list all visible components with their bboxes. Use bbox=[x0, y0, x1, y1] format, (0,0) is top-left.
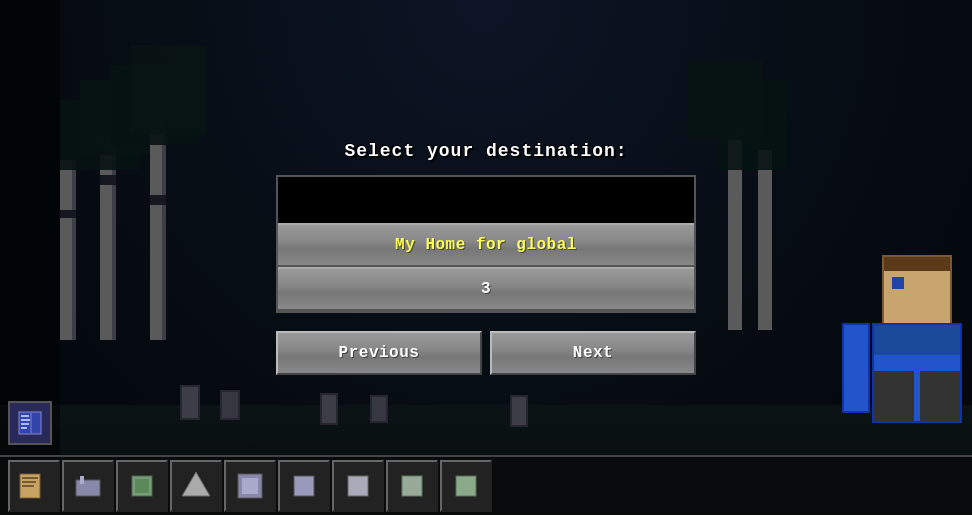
svg-rect-2 bbox=[21, 419, 31, 421]
hotbar-slot-3[interactable] bbox=[116, 460, 168, 512]
svg-rect-1 bbox=[21, 415, 29, 417]
hotbar-item-5 bbox=[232, 468, 268, 504]
destination-dialog: Select your destination: My Home for glo… bbox=[276, 141, 696, 375]
hotbar-item-7 bbox=[340, 468, 376, 504]
svg-rect-17 bbox=[294, 476, 314, 496]
hotbar-item-6 bbox=[286, 468, 322, 504]
svg-rect-4 bbox=[21, 427, 27, 429]
svg-rect-9 bbox=[22, 485, 34, 487]
book-svg bbox=[16, 409, 44, 437]
list-item-empty[interactable] bbox=[278, 177, 694, 223]
svg-rect-7 bbox=[22, 477, 38, 479]
hotbar-slot-5[interactable] bbox=[224, 460, 276, 512]
svg-rect-20 bbox=[456, 476, 476, 496]
hotbar-item-4 bbox=[178, 468, 214, 504]
char-arm bbox=[842, 323, 870, 413]
list-item-home[interactable]: My Home for global bbox=[278, 223, 694, 267]
list-item-3[interactable]: 3 bbox=[278, 267, 694, 311]
svg-rect-8 bbox=[22, 481, 36, 483]
svg-marker-14 bbox=[182, 472, 210, 496]
hotbar-slot-2[interactable] bbox=[62, 460, 114, 512]
character bbox=[822, 255, 972, 455]
svg-rect-13 bbox=[135, 479, 149, 493]
hotbar-item-2 bbox=[70, 468, 106, 504]
hotbar-item-8 bbox=[394, 468, 430, 504]
previous-button[interactable]: Previous bbox=[276, 331, 482, 375]
dialog-buttons: Previous Next bbox=[276, 331, 696, 375]
hotbar-slot-7[interactable] bbox=[332, 460, 384, 512]
hotbar-item-3 bbox=[124, 468, 160, 504]
svg-rect-16 bbox=[242, 478, 258, 494]
hotbar-slot-9[interactable] bbox=[440, 460, 492, 512]
hotbar-slot-6[interactable] bbox=[278, 460, 330, 512]
dialog-title: Select your destination: bbox=[344, 141, 627, 161]
hotbar-slot-4[interactable] bbox=[170, 460, 222, 512]
char-body bbox=[872, 323, 962, 423]
svg-rect-3 bbox=[21, 423, 29, 425]
next-button[interactable]: Next bbox=[490, 331, 696, 375]
hotbar-item-9 bbox=[448, 468, 484, 504]
hotbar bbox=[0, 455, 972, 515]
svg-rect-10 bbox=[76, 480, 100, 496]
hotbar-item-1 bbox=[16, 468, 52, 504]
svg-rect-11 bbox=[80, 476, 84, 484]
hotbar-slot-8[interactable] bbox=[386, 460, 438, 512]
svg-rect-18 bbox=[348, 476, 368, 496]
hotbar-slot-1[interactable] bbox=[8, 460, 60, 512]
book-icon[interactable] bbox=[8, 401, 52, 445]
char-head bbox=[882, 255, 952, 325]
svg-rect-5 bbox=[30, 412, 32, 434]
destination-list: My Home for global 3 bbox=[276, 175, 696, 313]
left-panel bbox=[0, 0, 60, 515]
svg-rect-19 bbox=[402, 476, 422, 496]
